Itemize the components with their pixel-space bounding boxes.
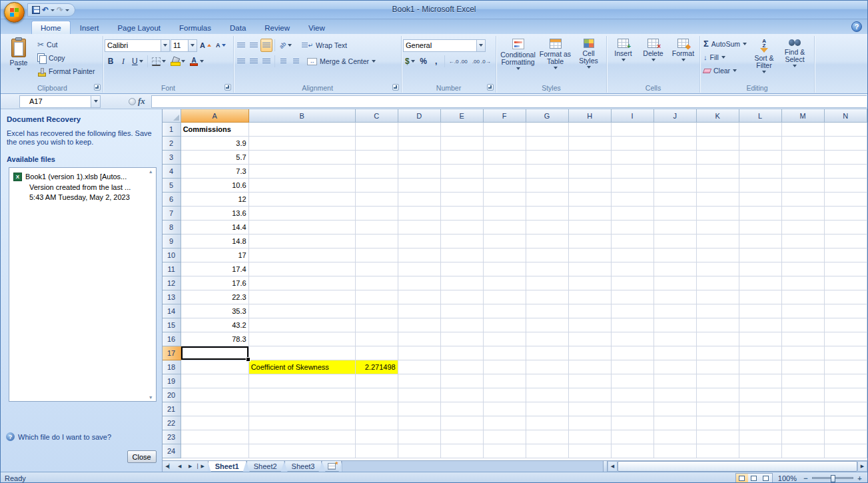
row-header-24[interactable]: 24 <box>163 444 181 458</box>
cell-L4[interactable] <box>739 165 782 179</box>
cell-M9[interactable] <box>782 235 825 248</box>
number-format-dropdown-icon[interactable] <box>476 40 485 51</box>
cell-J23[interactable] <box>654 430 697 444</box>
cell-L20[interactable] <box>739 388 782 402</box>
cell-M2[interactable] <box>782 137 825 151</box>
cell-N8[interactable] <box>825 221 867 235</box>
cell-H19[interactable] <box>569 374 612 388</box>
cell-C22[interactable] <box>356 416 398 430</box>
cell-I23[interactable] <box>612 430 654 444</box>
bottom-align-button[interactable] <box>260 39 272 52</box>
cell-B2[interactable] <box>249 137 356 151</box>
cell-C4[interactable] <box>356 165 398 179</box>
sheet-tab-sheet2[interactable]: Sheet2 <box>246 461 284 472</box>
cell-N4[interactable] <box>825 165 867 179</box>
cell-C3[interactable] <box>356 151 398 165</box>
cell-A18[interactable] <box>181 360 249 374</box>
row-header-22[interactable]: 22 <box>163 416 181 430</box>
row-header-14[interactable]: 14 <box>163 304 181 318</box>
clear-button[interactable]: Clear <box>701 64 749 77</box>
cell-A5[interactable]: 10.6 <box>181 179 249 193</box>
help-button[interactable]: ? <box>851 21 862 32</box>
cell-E13[interactable] <box>441 290 484 304</box>
cell-I11[interactable] <box>612 262 654 276</box>
cell-K1[interactable] <box>697 123 739 137</box>
cell-M18[interactable] <box>782 360 825 374</box>
borders-dropdown-icon[interactable] <box>162 60 166 63</box>
row-header-3[interactable]: 3 <box>163 151 181 165</box>
recovery-help-link[interactable]: Which file do I want to save? <box>18 433 111 441</box>
cell-H6[interactable] <box>569 193 612 207</box>
cell-E16[interactable] <box>441 332 484 346</box>
clipboard-dialog-launcher[interactable] <box>94 84 101 91</box>
cell-N15[interactable] <box>825 318 867 332</box>
cell-H9[interactable] <box>569 235 612 248</box>
cell-D10[interactable] <box>398 248 441 262</box>
cell-H10[interactable] <box>569 248 612 262</box>
percent-style-button[interactable]: % <box>418 55 430 68</box>
cell-D6[interactable] <box>398 193 441 207</box>
ribbon-tab-review[interactable]: Review <box>255 21 299 34</box>
ribbon-tab-formulas[interactable]: Formulas <box>170 21 220 34</box>
cell-L14[interactable] <box>739 304 782 318</box>
cell-B6[interactable] <box>249 193 356 207</box>
column-header-M[interactable]: M <box>782 109 825 123</box>
cell-B4[interactable] <box>249 165 356 179</box>
cell-A22[interactable] <box>181 416 249 430</box>
find-select-dropdown-icon[interactable] <box>793 65 797 67</box>
copy-button[interactable]: Copy <box>35 51 97 65</box>
cell-J1[interactable] <box>654 123 697 137</box>
column-header-N[interactable]: N <box>825 109 867 123</box>
cell-D16[interactable] <box>398 332 441 346</box>
page-break-view-button[interactable] <box>760 474 772 483</box>
sort-filter-dropdown-icon[interactable] <box>762 71 766 73</box>
cell-N20[interactable] <box>825 388 867 402</box>
cell-G17[interactable] <box>526 346 569 360</box>
row-header-8[interactable]: 8 <box>163 221 181 235</box>
cell-K17[interactable] <box>697 346 739 360</box>
cell-G13[interactable] <box>526 290 569 304</box>
cell-A12[interactable]: 17.6 <box>181 276 249 290</box>
cell-G23[interactable] <box>526 430 569 444</box>
cell-K18[interactable] <box>697 360 739 374</box>
cell-N11[interactable] <box>825 262 867 276</box>
cell-A9[interactable]: 14.8 <box>181 235 249 248</box>
cell-I1[interactable] <box>612 123 654 137</box>
office-button[interactable] <box>4 2 25 23</box>
cell-C9[interactable] <box>356 235 398 248</box>
cell-G22[interactable] <box>526 416 569 430</box>
row-header-18[interactable]: 18 <box>163 360 181 374</box>
cell-N14[interactable] <box>825 304 867 318</box>
cell-B18[interactable]: Coefficient of Skewness <box>249 360 356 374</box>
conditional-formatting-button[interactable]: Conditional Formatting <box>499 37 538 83</box>
cell-K21[interactable] <box>697 402 739 416</box>
cell-M16[interactable] <box>782 332 825 346</box>
cell-A4[interactable]: 7.3 <box>181 165 249 179</box>
cell-I7[interactable] <box>612 207 654 221</box>
cell-L7[interactable] <box>739 207 782 221</box>
format-as-table-button[interactable]: Format as Table <box>539 37 572 83</box>
cell-M14[interactable] <box>782 304 825 318</box>
cell-D7[interactable] <box>398 207 441 221</box>
cell-D23[interactable] <box>398 430 441 444</box>
scroll-left-icon[interactable]: ◀ <box>608 461 618 472</box>
middle-align-button[interactable] <box>248 39 260 52</box>
cell-M8[interactable] <box>782 221 825 235</box>
cell-N24[interactable] <box>825 444 867 458</box>
cell-B9[interactable] <box>249 235 356 248</box>
first-sheet-button[interactable]: ◀▏ <box>165 462 174 471</box>
cell-A19[interactable] <box>181 374 249 388</box>
cell-F21[interactable] <box>484 402 526 416</box>
cell-F6[interactable] <box>484 193 526 207</box>
cell-J3[interactable] <box>654 151 697 165</box>
cell-J20[interactable] <box>654 388 697 402</box>
conditional-formatting-dropdown-icon[interactable] <box>516 67 520 70</box>
cell-N1[interactable] <box>825 123 867 137</box>
cell-J24[interactable] <box>654 444 697 458</box>
row-header-20[interactable]: 20 <box>163 388 181 402</box>
cell-L8[interactable] <box>739 221 782 235</box>
cell-H15[interactable] <box>569 318 612 332</box>
cell-M19[interactable] <box>782 374 825 388</box>
cell-H16[interactable] <box>569 332 612 346</box>
cell-H1[interactable] <box>569 123 612 137</box>
